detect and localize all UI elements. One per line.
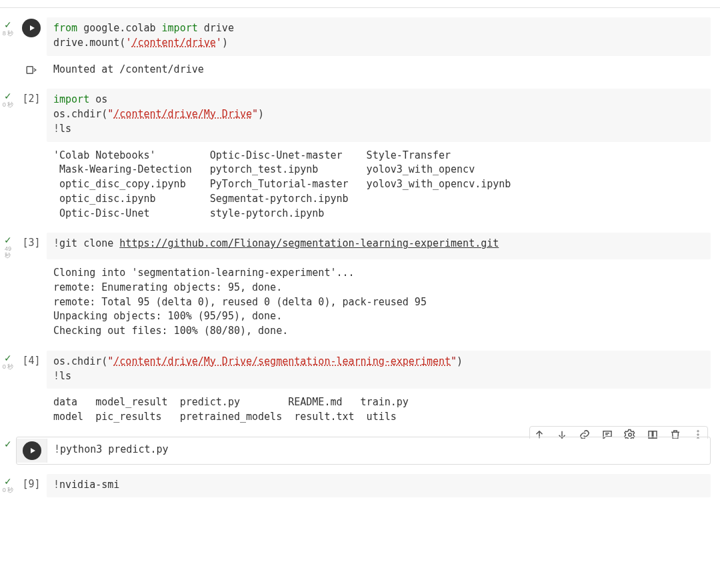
cell-output-text: Cloning into 'segmentation-learning-expe… [47,266,720,341]
output-icon-col [16,395,47,427]
active-cell-wrap: !python3 predict.py [16,437,711,465]
cell-status-gutter: ✓8 秒 [0,17,16,56]
status-check-icon: ✓ [4,20,12,29]
code-cell: ✓0 秒[4]os.chdir("/content/drive/My Drive… [0,351,720,427]
output-row: 'Colab Notebooks' Optic-Disc-Unet-master… [0,149,720,224]
code-cell: ✓!python3 predict.py [0,437,720,465]
output-row: Cloning into 'segmentation-learning-expe… [0,266,720,341]
exec-count-label[interactable]: [4] [22,352,40,367]
exec-count-label[interactable]: [2] [22,90,40,105]
code-editor[interactable]: !python3 predict.py [47,439,710,463]
output-icon-col [16,63,47,80]
cell-output-text: Mounted at /content/drive [47,63,720,80]
output-icon-col [16,149,47,224]
code-editor[interactable]: from google.colab import drive drive.mou… [47,17,711,56]
code-cell: ✓0 秒[2]import os os.chdir("/content/driv… [0,89,720,223]
notebook-area: ✓8 秒from google.colab import drive drive… [0,17,720,497]
code-editor[interactable]: !nvidia-smi [47,474,711,498]
top-divider [0,0,720,8]
output-row: data model_result predict.py README.md t… [0,395,720,427]
status-check-icon: ✓ [4,477,12,486]
exec-count-label[interactable]: [3] [22,234,40,249]
exec-column: [9] [16,474,47,498]
code-editor[interactable]: !git clone https://github.com/Flionay/se… [47,233,711,259]
cell-status-gutter: ✓49 秒 [0,233,16,259]
cell-status-gutter: ✓0 秒 [0,89,16,141]
cell-status-gutter: ✓ [0,437,16,465]
run-cell-button[interactable] [22,19,41,37]
output-icon-col [16,266,47,341]
svg-point-1 [629,433,632,437]
run-cell-button[interactable] [23,441,41,460]
output-stream-icon [25,64,37,78]
exec-column: [4] [16,351,47,389]
status-check-icon: ✓ [4,439,12,449]
exec-column: [2] [16,89,47,141]
code-cell: ✓49 秒[3]!git clone https://github.com/Fl… [0,233,720,341]
svg-rect-0 [27,66,33,73]
exec-time-label: 8 秒 [3,31,14,37]
exec-time-label: 0 秒 [3,102,14,109]
cell-status-gutter: ✓0 秒 [0,351,16,389]
status-check-icon: ✓ [4,353,12,363]
output-row: Mounted at /content/drive [0,63,720,80]
cell-status-gutter: ✓0 秒 [0,474,16,498]
exec-time-label: 0 秒 [3,364,14,371]
exec-column [17,439,47,463]
status-check-icon: ✓ [4,91,12,101]
exec-count-label[interactable]: [9] [22,475,40,490]
code-cell: ✓0 秒[9]!nvidia-smi [0,474,720,498]
code-cell: ✓8 秒from google.colab import drive drive… [0,17,720,79]
exec-time-label: 49 秒 [5,246,11,259]
svg-point-4 [697,430,699,431]
code-editor[interactable]: import os os.chdir("/content/drive/My Dr… [47,89,711,141]
exec-time-label: 0 秒 [3,487,14,494]
status-check-icon: ✓ [4,235,12,245]
code-editor[interactable]: os.chdir("/content/drive/My Drive/segmen… [47,351,711,389]
exec-column: [3] [16,233,47,259]
cell-output-text: 'Colab Notebooks' Optic-Disc-Unet-master… [47,149,720,224]
svg-point-5 [697,434,699,435]
exec-column [16,17,47,56]
cell-output-text: data model_result predict.py README.md t… [47,395,720,427]
